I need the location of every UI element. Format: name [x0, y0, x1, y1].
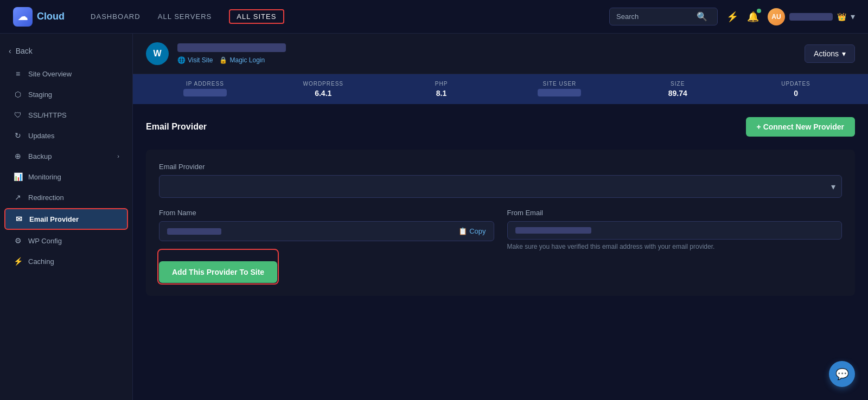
site-links: 🌐 Visit Site 🔒 Magic Login — [177, 56, 286, 64]
stat-size: SIZE 89.74 — [618, 81, 737, 98]
sidebar-item-label: Email Provider — [29, 215, 79, 223]
stat-site-user: SITE USER — [500, 81, 618, 98]
ssl-icon: 🛡 — [13, 111, 23, 119]
email-hint-text: Make sure you have verified this email a… — [507, 243, 843, 250]
pulse-icon[interactable]: ⚡ — [726, 11, 738, 23]
actions-button[interactable]: Actions ▾ — [805, 44, 855, 63]
nav-all-sites[interactable]: ALL SITES — [229, 9, 284, 24]
email-provider-icon: ✉ — [14, 215, 24, 223]
magic-login-link[interactable]: 🔒 Magic Login — [219, 56, 265, 64]
stat-user-label: SITE USER — [500, 81, 618, 87]
from-name-label: From Name — [159, 209, 494, 217]
monitoring-icon: 📊 — [13, 172, 23, 181]
stat-updates: UPDATES 0 — [737, 81, 855, 98]
logo-text: Cloud — [37, 11, 65, 22]
avatar: AU — [768, 8, 785, 25]
sidebar-item-label: Site Overview — [28, 70, 72, 78]
magic-login-label: Magic Login — [229, 56, 265, 64]
add-provider-button[interactable]: Add This Provider To Site — [159, 261, 277, 283]
sidebar-item-caching[interactable]: ⚡ Caching — [4, 251, 128, 271]
search-icon[interactable]: 🔍 — [697, 11, 707, 22]
stat-wp-label: WORDPRESS — [264, 81, 382, 87]
main-layout: ‹ Back ≡ Site Overview ⬡ Staging 🛡 SSL/H… — [0, 34, 868, 400]
copy-icon: 📋 — [458, 227, 467, 235]
stat-php-label: PHP — [382, 81, 501, 87]
sidebar: ‹ Back ≡ Site Overview ⬡ Staging 🛡 SSL/H… — [0, 34, 133, 400]
sidebar-item-backup[interactable]: ⊕ Backup › — [4, 146, 128, 166]
name-email-row: From Name 📋 Copy From Email — [159, 209, 842, 250]
main-content: W 🌐 Visit Site 🔒 Magic Login — [133, 34, 868, 400]
search-bar[interactable]: 🔍 — [609, 8, 718, 25]
sidebar-item-label: WP Config — [28, 237, 62, 245]
page-content: Email Provider + Connect New Provider Em… — [133, 104, 868, 309]
backup-icon: ⊕ — [13, 152, 23, 160]
crown-icon: 👑 — [837, 12, 846, 21]
chat-icon: 💬 — [835, 367, 849, 380]
stat-ip-label: IP ADDRESS — [146, 81, 264, 87]
from-name-input[interactable]: 📋 Copy — [159, 221, 494, 241]
site-header: W 🌐 Visit Site 🔒 Magic Login — [133, 34, 868, 74]
stat-size-value: 89.74 — [618, 89, 737, 98]
sidebar-item-site-overview[interactable]: ≡ Site Overview — [4, 64, 128, 83]
sidebar-item-label: Staging — [28, 91, 52, 99]
caching-icon: ⚡ — [13, 257, 23, 266]
user-name — [789, 13, 833, 21]
sidebar-item-monitoring[interactable]: 📊 Monitoring — [4, 167, 128, 186]
sidebar-item-updates[interactable]: ↻ Updates — [4, 126, 128, 145]
add-provider-wrapper: Add This Provider To Site — [159, 250, 277, 283]
staging-icon: ⬡ — [13, 90, 23, 99]
email-provider-title: Email Provider — [146, 122, 207, 132]
user-dropdown-chevron[interactable]: ▾ — [851, 11, 855, 22]
actions-label: Actions — [814, 49, 839, 58]
sidebar-item-wp-config[interactable]: ⚙ WP Config — [4, 231, 128, 250]
nav-right: 🔍 ⚡ 🔔 AU 👑 ▾ — [609, 8, 855, 25]
logo-icon: ☁ — [13, 7, 33, 27]
sidebar-item-redirection[interactable]: ↗ Redirection — [4, 188, 128, 207]
copy-button[interactable]: 📋 Copy — [458, 227, 486, 235]
sidebar-item-label: Redirection — [28, 193, 64, 202]
from-email-col: From Email Make sure you have verified t… — [507, 209, 843, 250]
nav-dashboard[interactable]: DASHBOARD — [91, 10, 141, 23]
chat-bubble-button[interactable]: 💬 — [829, 361, 855, 387]
site-overview-icon: ≡ — [13, 69, 23, 78]
stat-php-value: 8.1 — [382, 89, 501, 98]
provider-select[interactable] — [159, 175, 842, 198]
from-email-blurred-value — [515, 227, 591, 234]
bell-icon[interactable]: 🔔 — [747, 11, 759, 23]
provider-field-group: Email Provider ▾ — [159, 163, 842, 198]
logo[interactable]: ☁ Cloud — [13, 7, 65, 27]
sidebar-item-label: Monitoring — [28, 173, 61, 181]
stat-updates-value: 0 — [737, 89, 855, 98]
visit-site-link[interactable]: 🌐 Visit Site — [177, 56, 213, 64]
site-info: W 🌐 Visit Site 🔒 Magic Login — [146, 42, 286, 65]
stat-size-label: SIZE — [618, 81, 737, 87]
from-name-col: From Name 📋 Copy — [159, 209, 494, 250]
nav-links: DASHBOARD ALL SERVERS ALL SITES — [91, 9, 284, 24]
wordpress-logo: W — [146, 42, 169, 65]
stat-wordpress: WORDPRESS 6.4.1 — [264, 81, 382, 98]
user-area[interactable]: AU 👑 ▾ — [768, 8, 855, 25]
sidebar-back-button[interactable]: ‹ Back — [0, 42, 132, 60]
sidebar-item-label: Backup — [28, 152, 52, 160]
sidebar-item-label: Updates — [28, 132, 54, 140]
search-input[interactable] — [616, 12, 692, 21]
from-email-label: From Email — [507, 209, 843, 217]
stat-php: PHP 8.1 — [382, 81, 501, 98]
sidebar-item-label: SSL/HTTPS — [28, 111, 67, 119]
stat-ip-value — [183, 89, 227, 96]
sidebar-item-ssl[interactable]: 🛡 SSL/HTTPS — [4, 105, 128, 125]
stat-user-value — [538, 89, 581, 96]
stat-updates-label: UPDATES — [737, 81, 855, 87]
connect-new-provider-button[interactable]: + Connect New Provider — [746, 117, 855, 137]
lock-icon: 🔒 — [219, 56, 227, 64]
sidebar-item-staging[interactable]: ⬡ Staging — [4, 85, 128, 104]
provider-label: Email Provider — [159, 163, 842, 171]
provider-select-wrapper: ▾ — [159, 175, 842, 198]
back-chevron-icon: ‹ — [9, 47, 11, 55]
globe-icon: 🌐 — [177, 56, 186, 64]
stats-bar: IP ADDRESS WORDPRESS 6.4.1 PHP 8.1 SITE … — [133, 74, 868, 104]
nav-all-servers[interactable]: ALL SERVERS — [158, 10, 212, 23]
notification-badge — [757, 9, 761, 13]
from-email-input[interactable] — [507, 221, 843, 240]
sidebar-item-email-provider[interactable]: ✉ Email Provider — [4, 208, 128, 230]
